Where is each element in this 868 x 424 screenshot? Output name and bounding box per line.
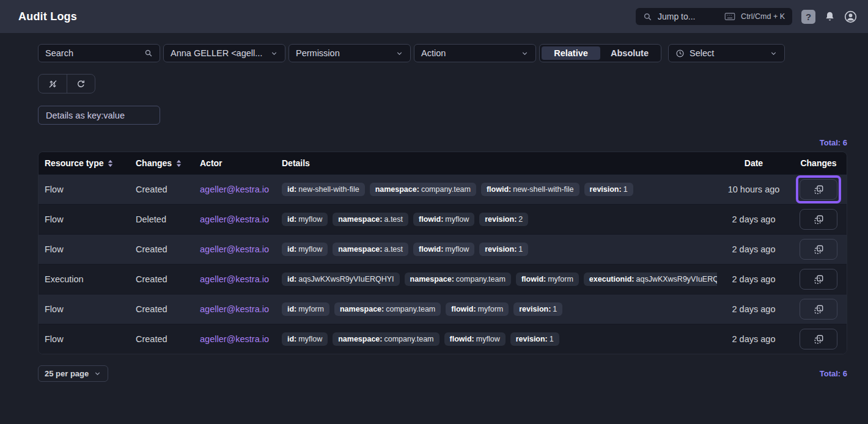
detail-badge: revision:2 [479, 213, 528, 226]
actor-link[interactable]: ageller@kestra.io [200, 274, 269, 284]
search-placeholder: Search [45, 48, 144, 58]
header-changes[interactable]: Changes [130, 158, 194, 168]
header-details: Details [276, 158, 717, 168]
details-cell: id:myflownamespace:company.teamflowid:my… [282, 332, 711, 346]
search-input[interactable]: Search [38, 44, 160, 62]
date-cell: 2 days ago [717, 334, 790, 344]
detail-badge: id:new-shell-with-file [282, 183, 365, 196]
user-menu-button[interactable] [844, 10, 857, 23]
table-row[interactable]: Flow Created ageller@kestra.io id:myform… [39, 294, 847, 324]
view-changes-button[interactable] [800, 179, 837, 200]
sort-icon[interactable] [107, 159, 114, 167]
view-changes-button[interactable] [800, 269, 837, 290]
per-page-dropdown[interactable]: 25 per page [38, 365, 108, 382]
table-row[interactable]: Flow Created ageller@kestra.io id:myflow… [39, 234, 847, 264]
pagination-bar: 25 per page Total: 6 [38, 365, 847, 382]
user-avatar-icon [844, 10, 857, 23]
date-range-dropdown[interactable]: Select [668, 44, 785, 62]
audit-logs-table: Resource type Changes Actor [38, 152, 847, 354]
refresh-button[interactable] [67, 75, 95, 93]
notifications-button[interactable] [825, 11, 835, 22]
change-type-cell: Created [130, 244, 194, 254]
table-body: Flow Created ageller@kestra.io id:new-sh… [39, 174, 847, 354]
table-row[interactable]: Flow Created ageller@kestra.io id:myflow… [39, 324, 847, 354]
diff-icon [813, 334, 825, 345]
keyboard-icon [724, 12, 735, 21]
table-row[interactable]: Flow Created ageller@kestra.io id:new-sh… [39, 174, 847, 204]
detail-badge: id:aqsJwKXwsR9yVIuERQHYI [282, 272, 400, 286]
detail-badge: id:myflow [282, 213, 328, 226]
topbar: Audit Logs Jump to... Ctrl/Cmd + K ? [0, 0, 868, 33]
changes-button-highlight [796, 265, 841, 293]
details-cell: id:new-shell-with-filenamespace:company.… [282, 183, 711, 196]
details-cell: id:myflownamespace:a.testflowid:myflowre… [282, 243, 711, 256]
actor-link[interactable]: ageller@kestra.io [200, 185, 269, 194]
view-changes-button[interactable] [800, 299, 837, 320]
detail-badge: revision:1 [584, 183, 633, 196]
search-icon [643, 12, 652, 21]
user-filter-value: Anna GELLER <agell... [171, 48, 265, 58]
clock-icon [675, 49, 685, 58]
detail-badge: flowid:myflow [444, 332, 506, 346]
detail-badge: namespace:a.test [333, 213, 408, 226]
detail-badge: namespace:company.team [405, 272, 511, 286]
actor-link[interactable]: ageller@kestra.io [200, 334, 269, 344]
diff-icon [813, 214, 825, 225]
table-actions-group [38, 74, 95, 93]
detail-badge: revision:1 [513, 302, 562, 316]
diff-icon [813, 274, 825, 285]
details-filter-input[interactable]: Details as key:value [38, 106, 160, 125]
resource-type-cell: Flow [39, 334, 130, 344]
date-cell: 2 days ago [717, 274, 790, 284]
changes-button-highlight [796, 205, 841, 233]
relative-toggle[interactable]: Relative [542, 46, 600, 60]
actor-link[interactable]: ageller@kestra.io [200, 214, 269, 224]
date-cell: 10 hours ago [717, 185, 790, 194]
detail-badge: flowid:myflow [413, 213, 474, 226]
actor-link[interactable]: ageller@kestra.io [200, 304, 269, 314]
detail-badge: revision:1 [510, 332, 559, 346]
view-changes-button[interactable] [800, 239, 837, 260]
actor-link[interactable]: ageller@kestra.io [200, 244, 269, 254]
detail-badge: namespace:a.test [333, 243, 408, 256]
help-button[interactable]: ? [801, 10, 815, 24]
total-count-top: Total: 6 [38, 138, 847, 147]
header-actor: Actor [194, 158, 276, 168]
changes-button-highlight [796, 235, 841, 263]
sort-icon[interactable] [175, 159, 182, 167]
header-date: Date [717, 158, 790, 168]
detail-badge: executionid:aqsJwKXwsR9yVIuERQHYI [584, 272, 717, 286]
changes-button-highlight [796, 175, 841, 203]
detail-badge: namespace:company.team [334, 302, 441, 316]
changes-button-highlight [796, 295, 841, 323]
diff-icon [813, 304, 825, 315]
permission-filter-dropdown[interactable]: Permission [289, 44, 411, 62]
table-row[interactable]: Execution Created ageller@kestra.io id:a… [39, 264, 847, 294]
jump-to-search[interactable]: Jump to... Ctrl/Cmd + K [636, 8, 792, 25]
details-cell: id:myflownamespace:a.testflowid:myflowre… [282, 213, 711, 226]
absolute-toggle[interactable]: Absolute [600, 46, 659, 60]
per-page-label: 25 per page [45, 369, 89, 378]
chevron-down-icon [395, 49, 403, 57]
detail-badge: id:myflow [282, 243, 328, 256]
resource-type-cell: Flow [39, 185, 130, 194]
chevron-down-icon [521, 49, 529, 57]
header-resource-type[interactable]: Resource type [39, 158, 130, 168]
view-changes-button[interactable] [800, 329, 837, 349]
chevron-down-icon [94, 370, 101, 378]
chevron-down-icon [770, 49, 778, 57]
clear-sort-button[interactable] [39, 75, 67, 93]
date-range-label: Select [690, 48, 765, 58]
table-row[interactable]: Flow Deleted ageller@kestra.io id:myflow… [39, 204, 847, 234]
details-cell: id:myformnamespace:company.teamflowid:my… [282, 302, 711, 316]
detail-badge: flowid:myform [516, 272, 579, 286]
bell-icon [825, 11, 835, 22]
user-filter-dropdown[interactable]: Anna GELLER <agell... [163, 44, 285, 62]
action-filter-dropdown[interactable]: Action [414, 44, 536, 62]
detail-badge: flowid:myflow [413, 243, 474, 256]
view-changes-button[interactable] [800, 209, 837, 230]
filters-bar: Search Anna GELLER <agell... Permission … [38, 44, 847, 62]
time-mode-toggle: Relative Absolute [539, 44, 661, 62]
details-cell: id:aqsJwKXwsR9yVIuERQHYInamespace:compan… [282, 272, 711, 286]
page-title: Audit Logs [18, 10, 77, 23]
